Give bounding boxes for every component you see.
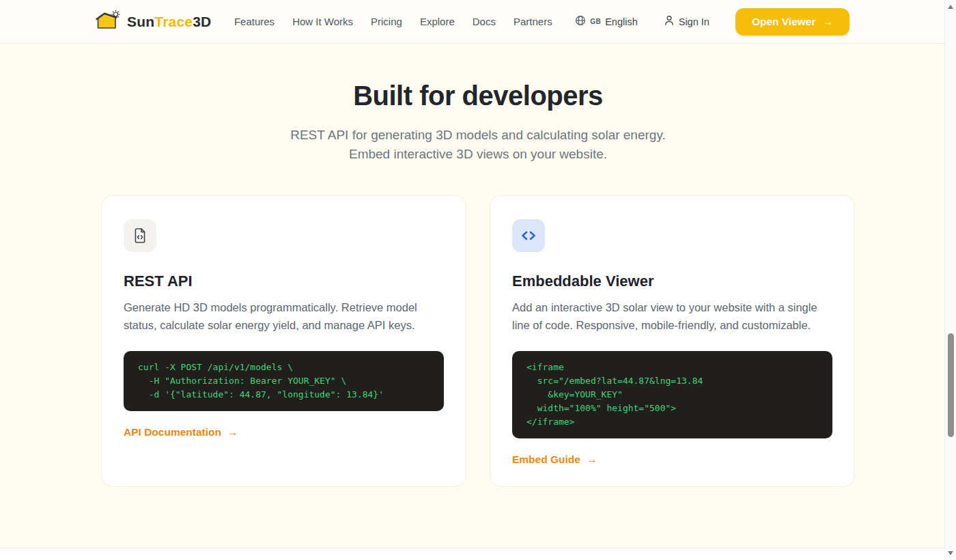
scrollbar-thumb[interactable] bbox=[948, 333, 954, 437]
nav-link-docs[interactable]: Docs bbox=[473, 16, 496, 27]
brand-name: SunTrace3D bbox=[127, 14, 211, 30]
section-subtitle: REST API for generating 3D models and ca… bbox=[0, 126, 956, 164]
api-documentation-link-label: API Documentation bbox=[124, 426, 221, 438]
arrow-right-icon: → bbox=[227, 426, 238, 438]
code-brackets-icon bbox=[512, 219, 545, 252]
sign-in-button[interactable]: Sign In bbox=[664, 15, 709, 29]
main-nav: Features How It Works Pricing Explore Do… bbox=[234, 16, 552, 27]
sign-in-label: Sign In bbox=[679, 16, 709, 27]
nav-link-partners[interactable]: Partners bbox=[514, 16, 552, 27]
nav-link-explore[interactable]: Explore bbox=[420, 16, 455, 27]
embed-guide-link-label: Embed Guide bbox=[512, 453, 580, 466]
developer-cards: REST API Generate HD 3D models programma… bbox=[101, 195, 855, 487]
card-title: REST API bbox=[124, 272, 444, 290]
header-actions: GB English Sign In Open Viewer → bbox=[575, 8, 849, 36]
nav-link-how-it-works[interactable]: How It Works bbox=[292, 16, 353, 27]
curl-code-block[interactable]: curl -X POST /api/v1/models \ -H "Author… bbox=[124, 351, 444, 411]
file-code-icon bbox=[124, 219, 156, 252]
nav-link-features[interactable]: Features bbox=[234, 16, 275, 27]
language-label: English bbox=[605, 16, 638, 27]
card-description: Add an interactive 3D solar view to your… bbox=[512, 298, 832, 334]
person-icon bbox=[664, 15, 675, 29]
card-description: Generate HD 3D models programmatically. … bbox=[124, 298, 444, 334]
brand-logo[interactable]: SunTrace3D bbox=[96, 10, 211, 33]
developers-section: Built for developers REST API for genera… bbox=[0, 44, 956, 548]
nav-link-pricing[interactable]: Pricing bbox=[371, 16, 402, 27]
page-title: Built for developers bbox=[0, 44, 956, 111]
scrollbar[interactable] bbox=[944, 0, 956, 560]
scroll-up-arrow-icon[interactable] bbox=[948, 5, 953, 9]
scroll-down-arrow-icon[interactable] bbox=[948, 551, 953, 555]
arrow-right-icon: → bbox=[823, 16, 834, 28]
open-viewer-button[interactable]: Open Viewer → bbox=[735, 8, 849, 36]
embed-guide-link[interactable]: Embed Guide → bbox=[512, 453, 597, 466]
iframe-code-block[interactable]: <iframe src="/embed?lat=44.87&lng=13.84 … bbox=[512, 351, 832, 438]
open-viewer-label: Open Viewer bbox=[752, 16, 816, 28]
embeddable-viewer-card: Embeddable Viewer Add an interactive 3D … bbox=[490, 195, 855, 487]
language-selector[interactable]: GB English bbox=[575, 15, 638, 29]
arrow-right-icon: → bbox=[587, 453, 598, 466]
suntrace-house-sun-icon bbox=[96, 10, 120, 33]
card-title: Embeddable Viewer bbox=[512, 272, 832, 290]
api-documentation-link[interactable]: API Documentation → bbox=[124, 426, 238, 438]
top-navbar: SunTrace3D Features How It Works Pricing… bbox=[0, 0, 956, 44]
language-code: GB bbox=[590, 18, 601, 25]
subtitle-line-2: Embed interactive 3D views on your websi… bbox=[349, 147, 607, 161]
globe-icon bbox=[575, 15, 586, 29]
rest-api-card: REST API Generate HD 3D models programma… bbox=[101, 195, 466, 487]
subtitle-line-1: REST API for generating 3D models and ca… bbox=[290, 128, 666, 142]
